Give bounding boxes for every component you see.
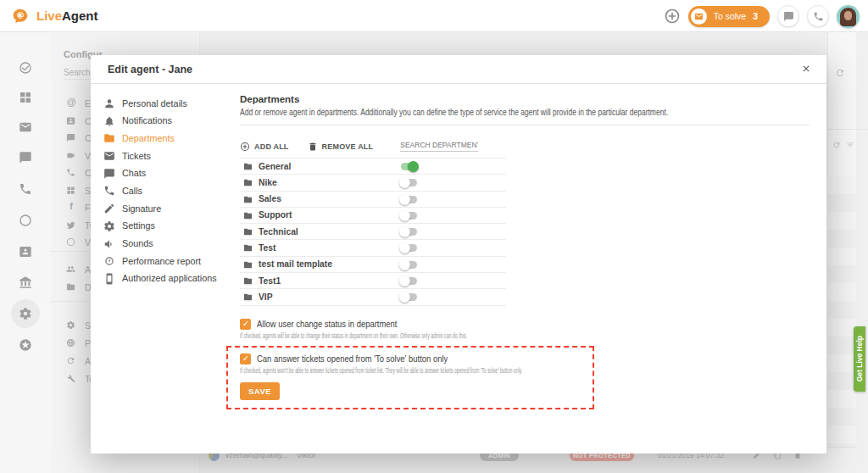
department-row-sales: Sales [240,192,506,208]
to-solve-mail-badge [691,8,707,25]
calls-button[interactable] [807,5,829,27]
trash-icon [308,142,318,152]
get-live-help-label: Get Live Help [855,336,864,381]
content-divider [240,125,810,125]
department-name: Sales [259,194,281,203]
department-toggle[interactable] [401,228,417,236]
allow-status-block: Allow user change status in department I… [240,319,826,340]
folder-icon [103,132,115,144]
folder-icon [243,276,253,286]
to-solve-button[interactable]: To solve 3 [688,6,770,27]
search-department-input[interactable] [400,139,478,152]
top-header: LiveAgent To solve 3 [0,0,868,32]
folder-icon [243,243,253,253]
modal-menu-item-tickets[interactable]: Tickets [91,147,233,165]
header-actions: To solve 3 [664,0,860,32]
modal-title-bar: Edit agent - Jane [91,55,826,84]
modal-menu-item-departments[interactable]: Departments [91,130,233,147]
folder-icon [243,195,253,204]
pen-icon [103,203,115,214]
department-toggle[interactable] [401,261,417,269]
allow-status-label: Allow user change status in department [257,319,413,329]
department-name: VIP [259,292,273,302]
to-solve-label: To solve [714,11,747,21]
department-row-general: General [240,159,506,175]
to-solve-only-checkbox[interactable] [240,353,251,364]
liveagent-logo[interactable]: LiveAgent [10,8,98,25]
phone-icon [103,185,115,197]
chats-button[interactable] [777,5,799,27]
allow-status-checkbox[interactable] [240,319,251,330]
department-toggle[interactable] [401,212,417,220]
department-row-technical: Technical [240,224,506,240]
mobile-icon [103,273,115,285]
modal-menu-item-authorized-applications[interactable]: Authorized applications [91,270,233,288]
to-solve-count: 3 [753,11,758,21]
modal-title: Edit agent - Jane [108,64,192,75]
plus-circle-icon [664,8,681,25]
modal-menu-item-signature[interactable]: Signature [91,200,233,218]
edit-agent-modal: Edit agent - Jane Personal details Notif… [91,55,826,454]
folder-icon [243,162,253,171]
department-row-vip: VIP [240,289,506,305]
department-name: test mail template [259,259,332,269]
modal-menu-item-calls[interactable]: Calls [91,182,233,200]
logo-agent-text: Agent [62,8,98,23]
department-toggle[interactable] [401,163,417,170]
modal-menu-item-notifications[interactable]: Notifications [91,113,233,131]
departments-description: Add or remove agent in departments. Addi… [240,108,826,117]
department-toggle[interactable] [401,179,417,186]
department-name: Test [259,243,275,253]
add-button[interactable] [664,8,681,25]
department-row-test-mail-template: test mail template [240,257,506,273]
annotation-highlight-box: Can answer tickets opened from 'To solve… [226,346,594,409]
modal-content: Departments Add or remove agent in depar… [240,84,826,454]
folder-icon [243,211,253,220]
departments-heading: Departments [240,94,826,104]
user-avatar[interactable] [837,5,860,28]
departments-toolbar: ADD ALL REMOVE ALL [240,136,826,152]
department-toggle[interactable] [401,277,417,285]
liveagent-bubble-icon [10,8,31,25]
get-live-help-button[interactable]: Get Live Help [854,326,865,392]
modal-menu-item-personal-details[interactable]: Personal details [91,95,233,113]
gauge-icon [103,255,115,267]
phone-icon [813,11,824,22]
folder-icon [243,227,253,236]
to-solve-only-hint: If checked, agents won't be able to answ… [240,366,593,375]
gear-icon [103,220,115,232]
modal-menu-item-performance-report[interactable]: Performance report [91,253,233,270]
folder-icon [243,292,253,302]
liveagent-app: LiveAgent To solve 3 Configur @Em [0,0,868,473]
modal-menu: Personal details Notifications Departmen… [91,84,233,454]
department-name: Test1 [259,276,281,286]
bell-icon [103,115,115,127]
close-icon[interactable] [801,64,811,74]
modal-menu-item-chats[interactable]: Chats [91,165,233,183]
department-toggle[interactable] [401,196,417,203]
department-row-test: Test [240,240,506,256]
allow-status-hint: If checked, agents will be able to chang… [240,331,826,340]
department-row-test1: Test1 [240,273,506,289]
plus-circle-icon [240,142,250,152]
mail-icon [103,150,115,162]
departments-list: General Nike Sales Support Technical Tes… [240,158,506,306]
logo-live-text: Live [36,8,62,23]
department-name: General [259,162,291,171]
modal-body: Personal details Notifications Departmen… [91,84,826,454]
department-toggle[interactable] [401,293,417,301]
department-name: Technical [259,227,298,236]
folder-icon [243,178,253,187]
department-row-nike: Nike [240,175,506,191]
chat-icon [783,11,794,22]
speaker-icon [103,238,115,250]
mail-icon [694,12,704,21]
modal-menu-item-sounds[interactable]: Sounds [91,236,233,253]
person-icon [103,97,115,109]
save-button[interactable]: SAVE [240,382,280,400]
add-all-button[interactable]: ADD ALL [240,142,289,152]
department-toggle[interactable] [401,244,417,252]
to-solve-only-label: Can answer tickets opened from 'To solve… [257,353,469,364]
modal-menu-item-settings[interactable]: Settings [91,218,233,236]
remove-all-button[interactable]: REMOVE ALL [308,142,374,152]
